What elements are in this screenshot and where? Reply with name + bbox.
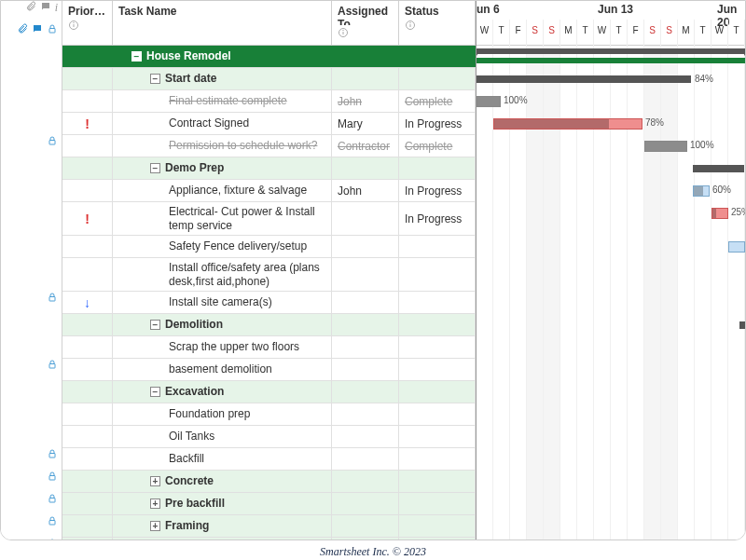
gantt-bar[interactable] xyxy=(739,321,745,329)
gantt-bar-progress[interactable] xyxy=(477,58,745,63)
gantt-row[interactable] xyxy=(477,471,745,493)
gantt-row[interactable] xyxy=(477,426,745,448)
priority-cell[interactable] xyxy=(62,90,113,112)
status-cell[interactable] xyxy=(399,258,476,291)
gantt-row[interactable]: 84% xyxy=(477,68,745,90)
assigned-cell[interactable] xyxy=(332,448,399,470)
task-row[interactable]: −Excavation xyxy=(62,381,476,403)
priority-cell[interactable] xyxy=(62,157,113,179)
gantt-row[interactable] xyxy=(477,258,745,292)
collapse-icon[interactable]: − xyxy=(150,74,160,84)
task-row[interactable]: Oil Tanks xyxy=(62,426,476,448)
status-cell[interactable] xyxy=(399,236,476,257)
gutter-row[interactable] xyxy=(1,376,62,399)
gutter-row[interactable] xyxy=(1,231,62,265)
status-cell[interactable] xyxy=(399,426,476,447)
task-row[interactable]: −Start date xyxy=(62,68,476,90)
task-row[interactable]: +Framing xyxy=(62,515,476,538)
priority-cell[interactable] xyxy=(62,515,113,537)
task-name-cell[interactable]: −Demo Prep xyxy=(113,157,332,179)
gantt-bar[interactable]: 60% xyxy=(693,185,710,197)
task-name-cell[interactable]: Safety Fence delivery/setup xyxy=(113,236,332,257)
task-row[interactable]: +Concrete xyxy=(62,471,476,493)
lock-icon[interactable] xyxy=(47,493,58,507)
assigned-cell[interactable] xyxy=(332,515,399,537)
task-name-cell[interactable]: +Pre backfill xyxy=(113,493,332,514)
gutter-row[interactable] xyxy=(1,130,62,153)
gantt-row[interactable] xyxy=(477,336,745,359)
gutter-row[interactable] xyxy=(1,153,62,175)
priority-cell[interactable] xyxy=(62,135,113,157)
gantt-bar[interactable]: 78% xyxy=(493,118,642,130)
gutter-row[interactable] xyxy=(1,511,62,533)
lock-icon[interactable] xyxy=(47,515,58,529)
assigned-cell[interactable]: John xyxy=(332,90,399,112)
collapse-icon[interactable]: − xyxy=(131,51,142,61)
assigned-cell[interactable] xyxy=(332,538,399,540)
task-row[interactable]: ↓Install site camera(s) xyxy=(62,292,476,314)
gutter-row[interactable] xyxy=(1,399,62,421)
lock-icon[interactable] xyxy=(47,471,58,485)
priority-cell[interactable] xyxy=(62,426,113,447)
priority-cell[interactable]: ↓ xyxy=(62,292,113,313)
task-row[interactable]: +Roof xyxy=(62,538,476,540)
status-cell[interactable] xyxy=(399,448,476,470)
gantt-bar[interactable]: 100% xyxy=(477,96,501,107)
gutter-row[interactable] xyxy=(1,41,62,63)
gutter-row[interactable] xyxy=(1,63,62,86)
status-cell[interactable] xyxy=(399,314,476,335)
priority-cell[interactable] xyxy=(62,336,113,358)
task-name-cell[interactable]: Foundation prep xyxy=(113,403,332,425)
collapse-icon[interactable]: − xyxy=(150,387,160,397)
assigned-cell[interactable] xyxy=(332,381,399,403)
priority-cell[interactable] xyxy=(62,493,113,514)
status-cell[interactable] xyxy=(399,403,476,425)
task-name-cell[interactable]: −Demolition xyxy=(113,314,332,335)
task-row[interactable]: !Electrical- Cut power & Install temp se… xyxy=(62,202,476,236)
task-row[interactable]: −Demolition xyxy=(62,314,476,336)
status-cell[interactable]: In Progress xyxy=(399,113,476,134)
collapse-icon[interactable]: − xyxy=(150,320,160,330)
gantt-row[interactable] xyxy=(477,314,745,336)
task-row[interactable]: Backfill xyxy=(62,448,476,471)
column-header-status[interactable]: Status xyxy=(399,1,476,45)
assigned-cell[interactable]: John xyxy=(332,180,399,201)
assigned-cell[interactable]: Contractor xyxy=(332,135,399,157)
attach-icon[interactable] xyxy=(17,23,28,37)
gutter-row[interactable] xyxy=(1,533,62,540)
lock-icon[interactable] xyxy=(47,448,58,462)
status-cell[interactable] xyxy=(399,292,476,313)
status-cell[interactable] xyxy=(399,157,476,179)
status-cell[interactable] xyxy=(399,68,476,89)
column-header-priority[interactable]: Prior… xyxy=(62,1,113,45)
gutter-row[interactable] xyxy=(1,332,62,354)
task-name-cell[interactable]: Final estimate complete xyxy=(113,90,332,112)
column-header-task-name[interactable]: Task Name xyxy=(113,1,332,45)
lock-icon[interactable] xyxy=(47,135,58,149)
gutter-row[interactable] xyxy=(1,19,62,41)
gantt-row[interactable] xyxy=(477,515,745,538)
assigned-cell[interactable] xyxy=(332,314,399,335)
status-cell[interactable] xyxy=(399,471,476,492)
gutter-row[interactable] xyxy=(1,421,62,444)
task-name-cell[interactable]: basement demolition xyxy=(113,359,332,380)
status-cell[interactable] xyxy=(399,381,476,403)
status-cell[interactable] xyxy=(399,538,476,540)
gantt-pane[interactable]: un 6Jun 13Jun 20 WTFSSMTWTFSSMTWT 84%100… xyxy=(477,1,745,540)
task-row[interactable]: !Contract SignedMaryIn Progress xyxy=(62,113,476,135)
priority-cell[interactable] xyxy=(62,258,113,291)
status-cell[interactable]: Complete xyxy=(399,135,476,157)
gantt-bar-summary[interactable] xyxy=(477,48,745,54)
assigned-cell[interactable]: Mary xyxy=(332,113,399,134)
lock-icon[interactable] xyxy=(47,538,58,541)
task-row[interactable]: Install office/safety area (plans desk,f… xyxy=(62,258,476,292)
gutter-row[interactable] xyxy=(1,466,62,488)
assigned-cell[interactable] xyxy=(332,292,399,313)
task-row[interactable]: Safety Fence delivery/setup xyxy=(62,236,476,258)
lock-icon[interactable] xyxy=(47,359,58,373)
assigned-cell[interactable] xyxy=(332,236,399,257)
comment-icon[interactable] xyxy=(32,23,43,37)
assigned-cell[interactable] xyxy=(332,336,399,358)
gantt-body[interactable]: 84%100%78%100%1760%25% xyxy=(477,46,745,540)
priority-cell[interactable] xyxy=(62,46,113,67)
